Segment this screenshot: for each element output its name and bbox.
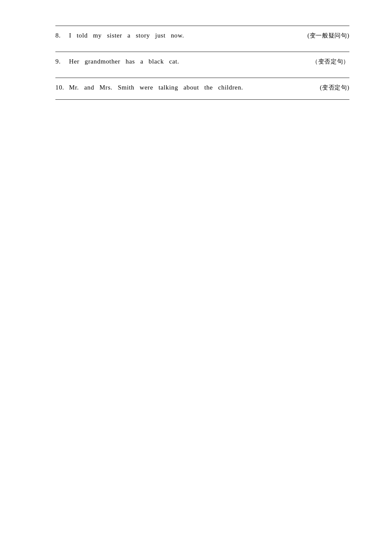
answer-line-top-9 — [55, 52, 349, 52]
answer-line-bottom-10 — [55, 99, 349, 100]
answer-line-top-8 — [55, 26, 349, 26]
question-block-9: 9. Her grandmother has a black cat. （变否定… — [55, 52, 349, 66]
question-text-10: Mr. and Mrs. Smith were talking about th… — [69, 84, 318, 91]
question-row-10: 10. Mr. and Mrs. Smith were talking abou… — [55, 81, 349, 92]
question-row-8: 8. I told my sister a story just now. (变… — [55, 29, 349, 40]
question-instruction-9: （变否定句） — [312, 58, 349, 66]
question-number-10: 10. — [55, 84, 69, 91]
answer-line-top-10 — [55, 78, 349, 78]
question-block-10: 10. Mr. and Mrs. Smith were talking abou… — [55, 78, 349, 100]
question-instruction-8: (变一般疑问句) — [308, 32, 349, 40]
question-block-8: 8. I told my sister a story just now. (变… — [55, 26, 349, 40]
question-text-9: Her grandmother has a black cat. — [69, 58, 310, 65]
question-instruction-10: (变否定句) — [320, 84, 349, 92]
question-number-8: 8. — [55, 32, 69, 39]
page: 8. I told my sister a story just now. (变… — [0, 0, 392, 555]
question-text-8: I told my sister a story just now. — [69, 32, 306, 39]
question-row-9: 9. Her grandmother has a black cat. （变否定… — [55, 55, 349, 66]
question-number-9: 9. — [55, 58, 69, 65]
